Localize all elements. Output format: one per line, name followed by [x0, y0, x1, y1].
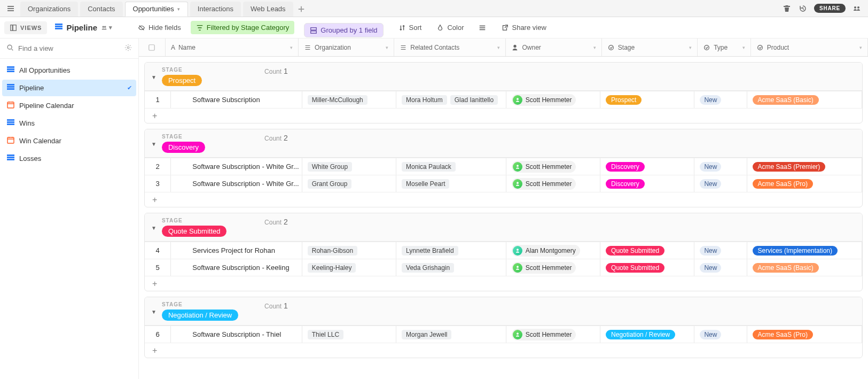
- cell-related-contacts[interactable]: Morgan Jewell: [396, 326, 506, 343]
- group-stage-pill: Prospect: [162, 75, 202, 86]
- row-height-button[interactable]: [473, 21, 491, 34]
- view-settings-icon[interactable]: [124, 44, 132, 53]
- find-view-input[interactable]: [18, 44, 120, 52]
- share-button[interactable]: SHARE: [814, 4, 846, 13]
- cell-type[interactable]: New: [694, 242, 747, 259]
- hide-fields-button[interactable]: Hide fields: [132, 21, 186, 34]
- cell-organization[interactable]: Rohan-Gibson: [302, 242, 396, 259]
- group-button[interactable]: Grouped by 1 field: [304, 23, 383, 37]
- collab-icon[interactable]: [852, 4, 862, 13]
- cell-name[interactable]: Software Subscription - Thiel: [171, 326, 302, 343]
- cell-product[interactable]: Acme SaaS (Premier): [747, 158, 862, 175]
- col-header-name[interactable]: A Name ▾: [166, 38, 299, 56]
- cell-stage[interactable]: Quote Submitted: [600, 259, 694, 276]
- cell-type[interactable]: New: [694, 175, 747, 192]
- cell-type[interactable]: New: [694, 326, 747, 343]
- col-header-type[interactable]: Type ▾: [698, 38, 751, 56]
- cell-related-contacts[interactable]: Veda Grishagin: [396, 259, 506, 276]
- table-row[interactable]: 6 Software Subscription - Thiel Thiel LL…: [145, 326, 862, 343]
- tab-opportunities[interactable]: Opportunities▾: [125, 2, 188, 17]
- filter-button[interactable]: Filtered by Stage Category: [191, 21, 295, 34]
- sidebar-view-pipeline-calendar[interactable]: Pipeline Calendar: [2, 97, 136, 114]
- cell-organization[interactable]: Grant Group: [302, 175, 396, 192]
- cell-related-contacts[interactable]: Monica Paulack: [396, 158, 506, 175]
- collapse-group-icon[interactable]: ▼: [151, 134, 157, 147]
- table-row[interactable]: 1 Software Subscription Miller-McCulloug…: [145, 91, 862, 108]
- share-view-button[interactable]: Share view: [496, 21, 551, 34]
- cell-organization[interactable]: Miller-McCullough: [302, 91, 396, 108]
- cell-product[interactable]: Acme SaaS (Basic): [747, 259, 862, 276]
- col-header-product[interactable]: Product ▾: [751, 38, 868, 56]
- cell-stage[interactable]: Negotiation / Review: [600, 326, 694, 343]
- cell-product[interactable]: Services (Implementation): [747, 242, 862, 259]
- cell-owner[interactable]: Scott Hemmeter: [506, 326, 600, 343]
- collapse-group-icon[interactable]: ▼: [151, 218, 157, 231]
- sidebar-view-pipeline[interactable]: Pipeline ✔: [2, 80, 136, 96]
- cell-owner[interactable]: Scott Hemmeter: [506, 175, 600, 192]
- trash-icon[interactable]: [782, 4, 792, 13]
- cell-owner[interactable]: Scott Hemmeter: [506, 91, 600, 108]
- cell-organization[interactable]: Thiel LLC: [302, 326, 396, 343]
- add-table-tab[interactable]: [293, 2, 309, 17]
- sidebar-view-win-calendar[interactable]: Win Calendar: [2, 133, 136, 149]
- cell-related-contacts[interactable]: Mora Holtum Glad Ianittello: [396, 91, 506, 108]
- col-header-related-contacts[interactable]: Related Contacts ▾: [394, 38, 506, 56]
- sidebar-view-wins[interactable]: Wins: [2, 115, 136, 132]
- collapse-group-icon[interactable]: ▼: [151, 67, 157, 80]
- table-row[interactable]: 4 Services Project for Rohan Rohan-Gibso…: [145, 242, 862, 259]
- view-collab-dropdown[interactable]: ▾: [100, 24, 112, 32]
- group-negotiation-review: ▼ STAGE Negotiation / Review Count1 6 So…: [144, 297, 863, 358]
- cell-related-contacts[interactable]: Moselle Peart: [396, 175, 506, 192]
- cell-name[interactable]: Software Subscription - White Gr...: [171, 158, 302, 175]
- cell-owner[interactable]: Alan Montgomery: [506, 242, 600, 259]
- svg-rect-26: [7, 159, 14, 160]
- sidebar-view-all-opportunities[interactable]: All Opportunities: [2, 62, 136, 79]
- cell-type[interactable]: New: [694, 259, 747, 276]
- cell-name[interactable]: Software Subscription: [171, 91, 302, 108]
- tab-organizations[interactable]: Organizations: [20, 2, 78, 17]
- svg-rect-3: [13, 25, 16, 30]
- add-record-button[interactable]: +: [145, 343, 862, 358]
- history-icon[interactable]: [798, 4, 808, 13]
- cell-type[interactable]: New: [694, 158, 747, 175]
- cell-organization[interactable]: White Group: [302, 158, 396, 175]
- cell-name[interactable]: Software Subscription - Keeling: [171, 259, 302, 276]
- cell-type[interactable]: New: [694, 91, 747, 108]
- tab-interactions[interactable]: Interactions: [190, 2, 241, 17]
- cell-stage[interactable]: Discovery: [600, 175, 694, 192]
- cell-owner[interactable]: Scott Hemmeter: [506, 158, 600, 175]
- col-header-organization[interactable]: Organization ▾: [299, 38, 394, 56]
- cell-stage[interactable]: Discovery: [600, 158, 694, 175]
- add-record-button[interactable]: +: [145, 276, 862, 291]
- svg-rect-19: [7, 102, 14, 108]
- cell-product[interactable]: Acme SaaS (Pro): [747, 326, 862, 343]
- cell-product[interactable]: Acme SaaS (Pro): [747, 175, 862, 192]
- cell-stage[interactable]: Prospect: [600, 91, 694, 108]
- group-stage-pill: Discovery: [162, 142, 205, 153]
- cell-product[interactable]: Acme SaaS (Basic): [747, 91, 862, 108]
- add-record-button[interactable]: +: [145, 192, 862, 207]
- cell-owner[interactable]: Scott Hemmeter: [506, 259, 600, 276]
- select-all-checkbox[interactable]: [139, 38, 166, 56]
- cell-name[interactable]: Software Subscription - White Gr...: [171, 175, 302, 192]
- collapse-group-icon[interactable]: ▼: [151, 301, 157, 315]
- cell-stage[interactable]: Quote Submitted: [600, 242, 694, 259]
- table-row[interactable]: 5 Software Subscription - Keeling Keelin…: [145, 259, 862, 276]
- views-toggle[interactable]: VIEWS: [4, 21, 47, 34]
- hamburger-icon[interactable]: [3, 1, 18, 16]
- cell-organization[interactable]: Keeling-Haley: [302, 259, 396, 276]
- sidebar-view-losses[interactable]: Losses: [2, 150, 136, 167]
- color-button[interactable]: Color: [431, 21, 469, 34]
- add-record-button[interactable]: +: [145, 108, 862, 123]
- table-row[interactable]: 3 Software Subscription - White Gr... Gr…: [145, 175, 862, 192]
- sort-button[interactable]: Sort: [393, 21, 427, 34]
- tab-contacts[interactable]: Contacts: [80, 2, 122, 17]
- grid-icon: [54, 22, 63, 33]
- col-header-stage[interactable]: Stage ▾: [602, 38, 698, 56]
- col-header-owner[interactable]: Owner ▾: [506, 38, 601, 56]
- tab-web-leads[interactable]: Web Leads: [243, 2, 293, 17]
- cell-name[interactable]: Services Project for Rohan: [171, 242, 302, 259]
- table-row[interactable]: 2 Software Subscription - White Gr... Wh…: [145, 158, 862, 175]
- cell-related-contacts[interactable]: Lynnette Brafield: [396, 242, 506, 259]
- group-field-label: STAGE: [162, 218, 227, 223]
